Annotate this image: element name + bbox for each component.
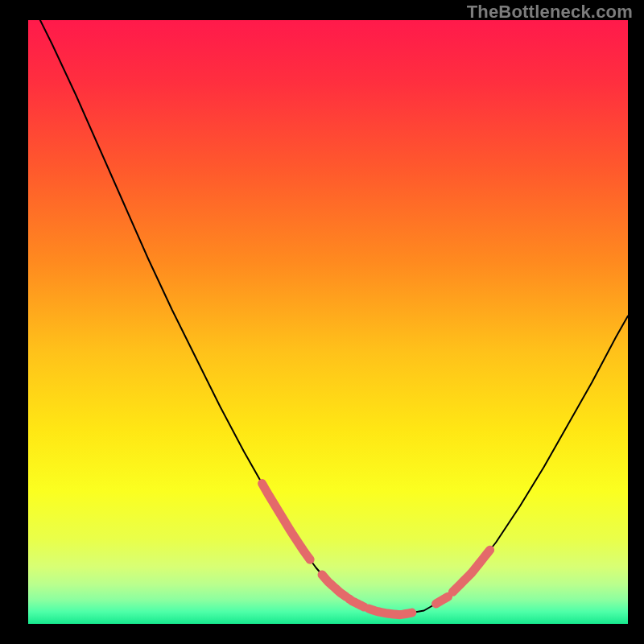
curve-highlight-segment-3 [369,609,412,615]
curve-highlight-segment-5 [452,550,489,592]
curve-line [28,20,628,615]
plot-area [28,20,628,624]
curve-highlight-segment-1 [322,575,346,597]
curve-highlight-segment-4 [436,597,448,604]
curve-highlight-segment-2 [349,599,365,607]
chart-frame: TheBottleneck.com [0,0,644,644]
curve-highlight-segment-0 [262,484,311,560]
watermark-text: TheBottleneck.com [467,2,633,23]
bottleneck-curve [28,20,628,624]
